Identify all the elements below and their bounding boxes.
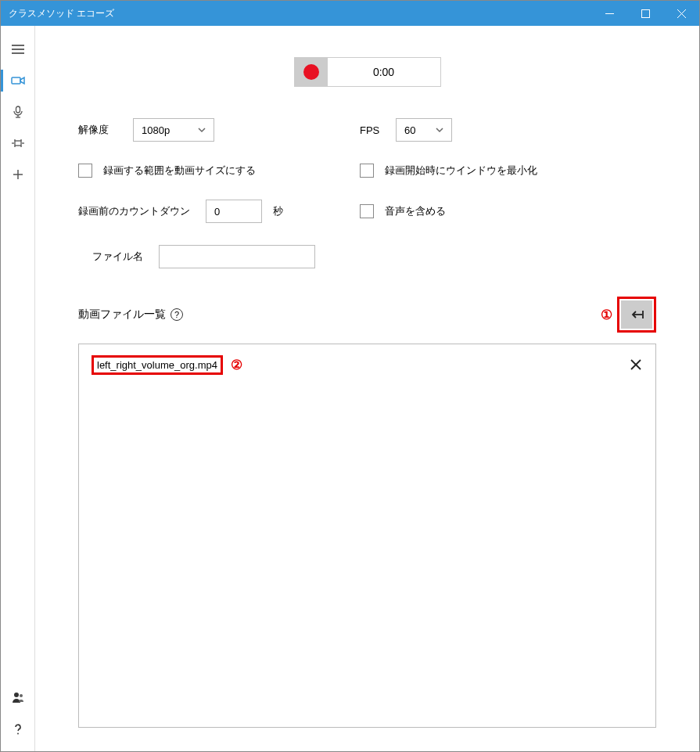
close-icon [630, 358, 642, 371]
file-row[interactable]: left_right_volume_org.mp4 ② [92, 354, 643, 376]
svg-rect-1 [641, 9, 649, 17]
help-icon[interactable] [1, 714, 35, 745]
chevron-down-icon [198, 126, 206, 134]
svg-point-22 [17, 733, 19, 735]
annotation-box-2: left_right_volume_org.mp4 [92, 355, 223, 375]
svg-point-20 [14, 693, 19, 697]
hamburger-icon[interactable] [1, 34, 35, 65]
window-controls [591, 1, 699, 26]
countdown-label: 録画前のカウントダウン [78, 204, 190, 218]
countdown-unit: 秒 [273, 204, 283, 218]
titlebar: クラスメソッド エコーズ [1, 1, 699, 26]
annotation-2: ② [231, 357, 242, 373]
fit-checkbox[interactable] [78, 164, 92, 178]
filelist-header: 動画ファイル一覧 [78, 308, 166, 322]
plus-icon[interactable] [1, 159, 35, 190]
countdown-input[interactable]: 0 [206, 200, 262, 223]
svg-rect-8 [16, 106, 20, 113]
user-icon[interactable] [1, 682, 35, 714]
resolution-select[interactable]: 1080p [133, 118, 214, 142]
filename-input[interactable] [159, 245, 315, 268]
resolution-value: 1080p [142, 124, 170, 136]
fit-label: 録画する範囲を動画サイズにする [103, 164, 256, 178]
record-button[interactable] [295, 58, 328, 86]
close-button[interactable] [663, 1, 699, 26]
svg-rect-7 [12, 77, 20, 84]
camera-icon[interactable] [1, 65, 35, 96]
filename-label: ファイル名 [92, 250, 143, 264]
main-content: 0:00 解像度 1080p FPS 60 録画する範囲を動画サイズに [35, 26, 699, 751]
minimize-label: 録画開始時にウインドウを最小化 [385, 164, 537, 178]
chevron-down-icon [436, 126, 443, 134]
sidebar [1, 26, 35, 751]
annotation-box-1 [617, 297, 656, 333]
resolution-label: 解像度 [78, 123, 122, 137]
svg-rect-13 [15, 141, 21, 146]
annotation-1: ① [601, 307, 612, 323]
minimize-button[interactable] [591, 1, 627, 26]
fps-label: FPS [360, 124, 385, 136]
record-timer: 0:00 [328, 58, 440, 86]
microphone-icon[interactable] [1, 96, 35, 128]
crop-icon[interactable] [1, 128, 35, 159]
file-list: left_right_volume_org.mp4 ② [78, 344, 656, 728]
fps-value: 60 [404, 124, 415, 136]
file-remove-button[interactable] [629, 358, 643, 372]
record-dot-icon [303, 64, 319, 80]
maximize-button[interactable] [627, 1, 663, 26]
file-name: left_right_volume_org.mp4 [97, 359, 217, 371]
collapse-button[interactable] [621, 300, 652, 329]
minimize-checkbox[interactable] [360, 164, 374, 178]
audio-checkbox[interactable] [360, 204, 374, 218]
audio-label: 音声を含める [385, 204, 446, 218]
window-title: クラスメソッド エコーズ [9, 7, 114, 20]
svg-point-21 [20, 694, 23, 697]
fps-select[interactable]: 60 [396, 118, 452, 142]
help-circle-icon[interactable]: ? [171, 308, 183, 321]
record-control: 0:00 [294, 57, 441, 87]
arrow-left-bar-icon [628, 308, 645, 321]
